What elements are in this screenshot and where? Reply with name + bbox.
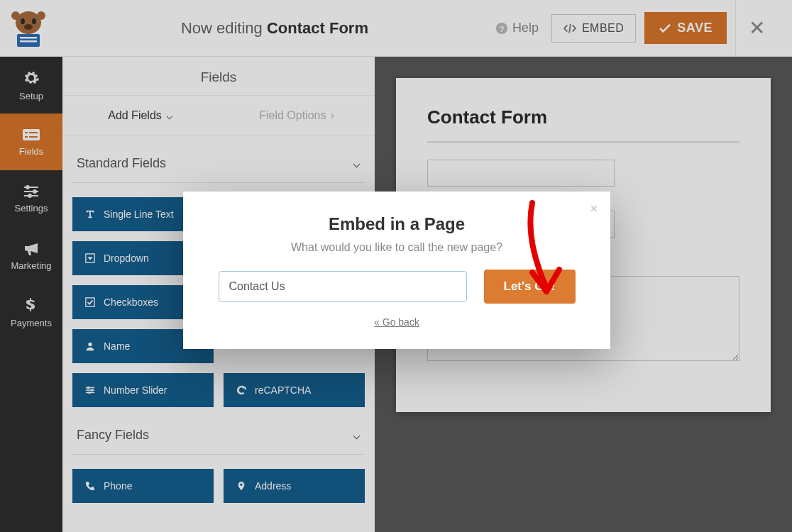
close-builder-button[interactable]: ✕ — [735, 0, 778, 57]
modal-input-row: Let's Go! — [211, 270, 582, 304]
page-name-input[interactable] — [219, 271, 467, 302]
modal-close-button[interactable]: × — [590, 201, 598, 216]
chevron-down-icon: ⌵ — [353, 427, 361, 443]
sidebar-payments-label: Payments — [11, 318, 52, 328]
top-bar: Now editing Contact Form ? Help EMBED SA… — [0, 0, 792, 57]
panel-title: Fields — [62, 57, 375, 95]
help-icon: ? — [495, 22, 508, 35]
user-icon — [85, 341, 95, 351]
svg-point-3 — [24, 24, 33, 30]
svg-point-22 — [87, 387, 90, 389]
field-recaptcha[interactable]: reCAPTCHA — [224, 373, 365, 407]
modal-subtitle: What would you like to call the new page… — [211, 241, 582, 254]
svg-point-21 — [88, 343, 92, 346]
panel-tabs: Add Fields ⌵ Field Options › — [62, 95, 375, 135]
svg-point-2 — [32, 18, 36, 24]
tab-add-label: Add Fields — [108, 109, 162, 122]
map-marker-icon — [236, 481, 246, 491]
help-label: Help — [512, 21, 539, 35]
field-number-slider[interactable]: Number Slider — [72, 373, 214, 407]
field-label: Checkboxes — [104, 297, 158, 308]
svg-rect-8 — [20, 40, 37, 43]
sidebar-fields-label: Fields — [19, 146, 44, 157]
lets-go-button[interactable]: Let's Go! — [484, 270, 576, 304]
svg-point-5 — [37, 11, 45, 20]
tab-options-label: Field Options — [259, 109, 326, 122]
field-label: Dropdown — [104, 253, 149, 264]
text-icon — [85, 209, 95, 219]
svg-rect-13 — [29, 132, 38, 133]
go-back-link[interactable]: « Go back — [211, 316, 582, 328]
sidebar-item-payments[interactable]: Payments — [0, 284, 62, 340]
chevron-right-icon: › — [330, 109, 334, 122]
field-label: Address — [255, 480, 291, 492]
form-name: Contact Form — [267, 19, 368, 37]
phone-icon — [85, 481, 95, 491]
sidebar-setup-label: Setup — [19, 91, 43, 101]
sliders-icon — [23, 184, 40, 199]
google-icon — [236, 385, 246, 395]
list-icon — [23, 128, 40, 142]
svg-text:?: ? — [499, 23, 504, 33]
chevron-down-icon: ⌵ — [353, 155, 361, 171]
sliders-icon — [85, 385, 95, 395]
sidebar-marketing-label: Marketing — [11, 260, 51, 271]
gear-icon — [23, 70, 40, 87]
svg-rect-11 — [23, 129, 40, 140]
fancy-fields-grid: Phone Address — [72, 455, 365, 503]
svg-point-24 — [88, 392, 91, 394]
section-fancy-label: Fancy Fields — [77, 428, 149, 443]
svg-point-23 — [91, 389, 94, 392]
now-editing-prefix: Now editing — [181, 19, 267, 37]
sidebar-item-fields[interactable]: Fields — [0, 113, 62, 170]
field-label: Number Slider — [104, 384, 167, 396]
svg-point-18 — [28, 194, 32, 198]
dollar-icon — [26, 297, 37, 314]
bullhorn-icon — [23, 240, 40, 256]
svg-point-17 — [33, 189, 37, 194]
field-phone[interactable]: Phone — [72, 469, 214, 503]
left-sidebar: Setup Fields Settings Marketing Payments — [0, 57, 62, 532]
svg-rect-15 — [29, 136, 38, 138]
form-title: Contact Form — [427, 106, 739, 143]
preview-input[interactable] — [427, 160, 615, 187]
svg-point-1 — [21, 18, 25, 24]
field-label: Phone — [104, 480, 132, 492]
sidebar-item-setup[interactable]: Setup — [0, 57, 62, 113]
sidebar-item-settings[interactable]: Settings — [0, 170, 62, 227]
section-standard-fields[interactable]: Standard Fields ⌵ — [72, 135, 365, 183]
section-standard-label: Standard Fields — [77, 156, 166, 171]
svg-point-16 — [26, 185, 30, 189]
section-fancy-fields[interactable]: Fancy Fields ⌵ — [72, 407, 365, 455]
tab-add-fields[interactable]: Add Fields ⌵ — [62, 96, 219, 135]
check-square-icon — [85, 297, 95, 307]
chevron-down-icon: ⌵ — [166, 109, 173, 122]
field-label: reCAPTCHA — [255, 384, 311, 396]
svg-rect-12 — [25, 132, 28, 133]
mascot-logo — [3, 6, 54, 51]
svg-rect-14 — [25, 136, 28, 138]
save-label: SAVE — [677, 21, 713, 35]
field-label: Name — [104, 340, 130, 352]
modal-title: Embed in a Page — [211, 214, 582, 234]
svg-rect-7 — [20, 37, 37, 39]
embed-modal: × Embed in a Page What would you like to… — [183, 192, 610, 349]
sidebar-item-marketing[interactable]: Marketing — [0, 227, 62, 284]
preview-field[interactable] — [427, 155, 739, 187]
tab-field-options[interactable]: Field Options › — [219, 96, 375, 135]
caret-square-icon — [85, 253, 95, 263]
embed-button[interactable]: EMBED — [551, 14, 636, 43]
field-address[interactable]: Address — [224, 469, 365, 503]
svg-point-4 — [11, 11, 20, 20]
now-editing: Now editing Contact Form — [54, 19, 495, 38]
svg-rect-20 — [86, 298, 94, 306]
field-label: Single Line Text — [104, 209, 174, 220]
help-link[interactable]: ? Help — [495, 21, 539, 35]
save-button[interactable]: SAVE — [644, 12, 727, 44]
embed-label: EMBED — [582, 22, 624, 35]
sidebar-settings-label: Settings — [15, 203, 48, 214]
check-icon — [659, 23, 671, 33]
embed-icon — [563, 23, 576, 33]
